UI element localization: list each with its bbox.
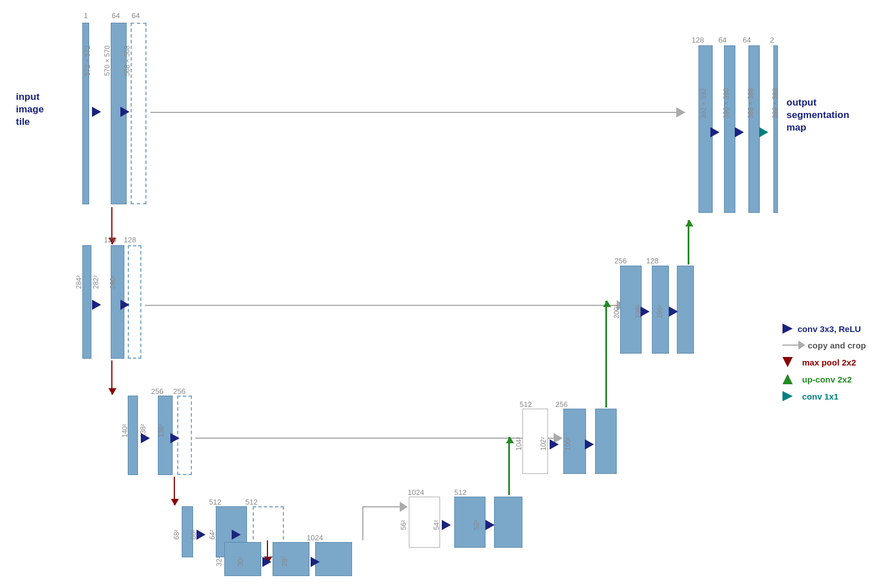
block-d2-3 xyxy=(677,266,694,354)
label-l3-size3: 136² xyxy=(157,424,165,438)
copy-crop-arrow-l3 xyxy=(195,438,556,439)
label-l4-size3: 64² xyxy=(208,530,216,539)
conv-arrow-l2-2 xyxy=(120,300,129,310)
legend-upconv: up-conv 2x2 xyxy=(782,374,866,384)
label-l4-ch512a: 512 xyxy=(209,498,221,506)
label-d4-512: 512 xyxy=(454,488,467,497)
legend-copy-icon xyxy=(782,345,800,346)
label-d3-size3: 100² xyxy=(564,437,572,451)
label-d3-512: 512 xyxy=(520,400,532,409)
label-l3-size1: 140² xyxy=(121,424,129,438)
unet-diagram: 1 64 64 572 × 572 570 × 570 568 × 568 in… xyxy=(0,0,883,588)
block-l2-3 xyxy=(128,245,141,359)
conv-arrow-l4-1 xyxy=(196,530,206,540)
label-l4-size1: 68² xyxy=(173,530,181,539)
label-d1-size2: 390 × 390 xyxy=(722,88,730,119)
conv-arrow-d1-2 xyxy=(735,127,744,137)
block-d1-2 xyxy=(724,45,735,213)
block-d1-3 xyxy=(748,45,760,213)
label-bn-size1: 32² xyxy=(215,556,223,566)
label-l1-ch64b: 64 xyxy=(128,11,144,20)
conv-arrow-d1-3-teal xyxy=(759,127,768,137)
label-l1-size3: 568 × 568 xyxy=(123,45,131,76)
legend-conv1x1-icon xyxy=(782,391,793,401)
legend-maxpool-icon xyxy=(782,357,793,367)
block-d3-3 xyxy=(595,409,617,474)
legend-maxpool-label: max pool 2x2 xyxy=(802,358,856,367)
copy-crop-arrowhead-l1 xyxy=(676,107,685,117)
conv-arrow-bn-1 xyxy=(262,557,271,567)
legend: conv 3x3, ReLU copy and crop max pool 2x… xyxy=(782,324,866,408)
block-l1-3 xyxy=(131,23,147,204)
label-l4-ch512b: 512 xyxy=(245,498,258,506)
legend-copy: copy and crop xyxy=(782,341,866,350)
label-d4-size3: 52² xyxy=(472,520,480,530)
label-l2-size2: 282² xyxy=(92,275,100,289)
label-d2-size3: 196² xyxy=(656,305,664,318)
label-d1-size1: 392 × 392 xyxy=(700,88,708,119)
label-l2-size1: 284² xyxy=(75,275,83,289)
upconv-d2-d1 xyxy=(688,220,689,264)
conv-arrow-bn-2 xyxy=(311,557,320,567)
conv-arrow-d2-1 xyxy=(641,306,650,317)
label-l3-ch256a: 256 xyxy=(151,387,164,396)
label-d3-size2: 102² xyxy=(539,437,547,451)
label-bn-1024a: 1024 xyxy=(307,534,323,542)
label-d1-128: 128 xyxy=(692,36,704,44)
conv-arrow-l1-1 xyxy=(92,107,101,117)
short-copy-crop-l4-line xyxy=(362,506,363,540)
label-d2-128: 128 xyxy=(646,257,659,265)
conv-arrow-l3-1 xyxy=(141,433,150,443)
conv-arrow-l2-1 xyxy=(92,300,101,310)
legend-upconv-icon xyxy=(782,374,793,384)
legend-conv-icon xyxy=(782,324,793,334)
label-d3-size1: 104² xyxy=(515,437,523,451)
maxpool-l2 xyxy=(111,360,112,394)
conv-arrow-l1-2 xyxy=(120,107,129,117)
block-l3-1 xyxy=(128,396,138,475)
block-l2-1 xyxy=(82,245,91,359)
block-d4-2 xyxy=(454,497,486,548)
copy-crop-arrow-l2 xyxy=(145,305,619,306)
conv-arrow-d4-2 xyxy=(486,520,495,530)
label-l1-ch1: 1 xyxy=(82,11,89,20)
block-d1-4 xyxy=(773,45,778,213)
maxpool-l3 xyxy=(174,477,175,505)
label-d1-2: 2 xyxy=(770,36,774,44)
label-d3-256: 256 xyxy=(555,400,568,409)
block-d4-3 xyxy=(494,497,522,548)
input-label: inputimagetile xyxy=(16,91,44,128)
conv-arrow-l3-2 xyxy=(170,433,179,443)
upconv-d3-d2 xyxy=(605,301,607,408)
conv-arrow-d3-1 xyxy=(550,439,559,450)
short-copy-arrowhead-l4 xyxy=(400,502,408,512)
label-l1-size2: 570 × 570 xyxy=(103,45,111,76)
label-d2-256: 256 xyxy=(614,257,627,265)
conv-arrow-d1-1 xyxy=(710,127,719,137)
legend-maxpool: max pool 2x2 xyxy=(782,357,866,367)
label-d4-1024: 1024 xyxy=(408,488,424,497)
output-label: outputsegmentationmap xyxy=(786,96,849,134)
conv-arrow-d2-2 xyxy=(669,306,678,317)
legend-copy-label: copy and crop xyxy=(807,341,866,350)
label-l1-size1: 572 × 572 xyxy=(83,45,91,76)
label-bn-size2: 30² xyxy=(237,556,245,566)
block-bn-2 xyxy=(273,542,309,576)
label-d2-size1: 200² xyxy=(613,305,621,318)
conv-arrow-d4-1 xyxy=(442,520,451,530)
short-copy-crop-l4-h xyxy=(363,506,403,507)
conv-arrow-d3-2 xyxy=(585,439,594,450)
conv-arrow-l4-2 xyxy=(232,530,241,540)
legend-conv-label: conv 3x3, ReLU xyxy=(797,324,861,334)
label-d1-size4: 388 × 388 xyxy=(771,88,779,119)
label-d4-size1: 56² xyxy=(400,520,408,530)
label-l2-ch128a: 128 xyxy=(104,236,116,244)
upconv-d4-d3 xyxy=(508,437,510,495)
legend-conv1x1: conv 1x1 xyxy=(782,391,866,401)
label-d1-64a: 64 xyxy=(718,36,726,44)
legend-conv1x1-label: conv 1x1 xyxy=(802,392,838,401)
label-l1-ch64a: 64 xyxy=(108,11,124,20)
legend-upconv-label: up-conv 2x2 xyxy=(802,375,852,384)
label-bn-size3: 28² xyxy=(281,556,288,566)
label-l2-ch128b: 128 xyxy=(124,236,136,244)
